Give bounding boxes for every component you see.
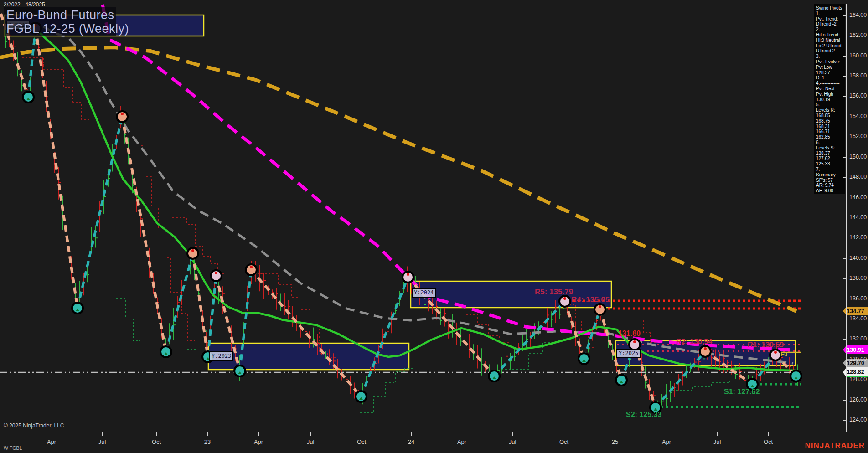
pivot-low-circle xyxy=(160,346,171,357)
price-tick-label: 148.00 xyxy=(849,174,867,180)
stop-step-line-red xyxy=(22,57,89,119)
pivot-high-dot-icon xyxy=(633,340,636,343)
panel-line: 3.------------- xyxy=(816,54,845,59)
price-tick xyxy=(843,420,847,421)
pivot-low-circle xyxy=(489,371,500,381)
stop-step-line-red xyxy=(130,124,195,341)
price-tick xyxy=(843,76,847,77)
price-tick-label: 142.00 xyxy=(849,234,867,241)
panel-line: 166.71 xyxy=(816,129,845,134)
panel-line: 168.31 xyxy=(816,124,845,129)
panel-line: 168.75 xyxy=(816,118,845,124)
panel-line: 1.------------- xyxy=(816,11,845,16)
green-ma-line xyxy=(31,26,796,371)
panel-line: 125.33 xyxy=(816,161,845,167)
price-chart-canvas[interactable] xyxy=(0,0,868,453)
pivot-low-circle xyxy=(650,402,661,413)
swing-up-leg xyxy=(166,253,193,352)
price-tick xyxy=(843,278,847,279)
pivot-low-circle xyxy=(579,353,589,364)
price-tick-label: 136.00 xyxy=(849,295,867,302)
price-tick-label: 154.00 xyxy=(849,113,867,119)
panel-line: Levels S: xyxy=(816,145,845,151)
panel-line: Pvt High xyxy=(816,92,845,97)
panel-line: 7.------------- xyxy=(816,167,845,172)
price-tick-label: 138.00 xyxy=(849,275,867,281)
price-tick xyxy=(843,339,847,340)
price-tick-label: 126.00 xyxy=(849,396,867,403)
panel-line: Hi:0 Neutral xyxy=(816,38,845,43)
price-tick-label: 156.00 xyxy=(849,93,867,99)
panel-line: 6.------------- xyxy=(816,140,845,145)
contract-subtitle: FGBL 12-25 (Weekly) xyxy=(6,22,129,36)
price-tick xyxy=(843,177,847,178)
panel-line: 130.19 xyxy=(816,97,845,103)
price-tick xyxy=(843,400,847,401)
date-range-label: 2/2022 - 48/2025 xyxy=(4,1,45,8)
price-tick xyxy=(843,198,847,198)
price-tick xyxy=(843,36,847,36)
price-tick-label: 132.00 xyxy=(849,335,867,342)
chart-window: Y:2022Y:2023Y:2024Y:2025R5: 135.79R4: 13… xyxy=(0,0,868,453)
stop-step-line-red xyxy=(466,314,510,343)
panel-line: HiLo Trend: xyxy=(816,32,845,38)
pivot-low-circle xyxy=(234,365,245,376)
pivot-high-dot-icon xyxy=(563,297,566,300)
price-tick xyxy=(843,238,847,238)
price-tick-label: 164.00 xyxy=(849,12,867,18)
price-tick-label: 160.00 xyxy=(849,52,867,59)
instrument-title: Euro-Bund Futures xyxy=(6,8,114,22)
price-tick-label: 158.00 xyxy=(849,72,867,79)
panel-line: DTrend -2 xyxy=(816,21,845,27)
pivot-low-circle xyxy=(72,303,83,314)
pivot-high-dot-icon xyxy=(121,113,124,115)
price-tick xyxy=(843,137,847,137)
panel-line: SP's: 57 xyxy=(816,178,845,183)
pivot-high-dot-icon xyxy=(215,272,217,274)
price-tick xyxy=(843,299,847,299)
panel-line: UTrend 2 xyxy=(816,48,845,54)
panel-line: Lo:2 UTrend xyxy=(816,43,845,49)
copyright-label: © 2025 NinjaTrader, LLC xyxy=(4,422,64,429)
price-tick-label: 150.00 xyxy=(849,154,867,160)
panel-line: Summary xyxy=(816,172,845,178)
price-tick xyxy=(843,96,847,97)
pivot-low-circle xyxy=(202,351,213,362)
pivot-high-dot-icon xyxy=(407,273,409,276)
panel-line: 5.------------- xyxy=(816,102,845,108)
time-axis-line xyxy=(0,432,847,432)
price-tick xyxy=(843,319,847,319)
price-tick-label: 134.00 xyxy=(849,315,867,322)
gray-ma-line xyxy=(43,26,793,363)
price-tick-label: 140.00 xyxy=(849,255,867,261)
swing-down-leg xyxy=(193,253,208,357)
pivot-high-dot-icon xyxy=(250,266,253,268)
panel-line: 127.62 xyxy=(816,156,845,161)
gold-ma-line xyxy=(0,47,796,311)
swing-up-leg xyxy=(78,117,122,308)
pivot-low-circle xyxy=(790,371,801,381)
price-tick xyxy=(843,15,847,16)
price-tick xyxy=(843,258,847,259)
swing-up-leg xyxy=(494,301,565,376)
swing-down-leg xyxy=(251,270,361,396)
panel-line: 4.------------- xyxy=(816,81,845,86)
panel-line: 128.37 xyxy=(816,70,845,76)
price-tick xyxy=(843,218,847,218)
pivot-high-dot-icon xyxy=(191,249,194,252)
price-tick xyxy=(843,157,847,158)
panel-line: Pvt. Trend: xyxy=(816,16,845,22)
stop-step-line-red xyxy=(172,218,226,273)
stop-step-line-green xyxy=(360,368,413,412)
price-tick-label: 144.00 xyxy=(849,214,867,221)
price-tick-label: 130.00 xyxy=(849,356,867,362)
panel-line: Pvt. Next: xyxy=(816,86,845,92)
panel-line: 128.37 xyxy=(816,151,845,156)
price-tick xyxy=(843,360,847,360)
year-range-box[interactable] xyxy=(411,281,611,308)
series-label: W FGBL xyxy=(4,445,22,451)
panel-line: 2.------------- xyxy=(816,27,845,32)
panel-line: Pvt Low xyxy=(816,65,845,70)
ninjatrader-logo: NINJATRADER xyxy=(805,441,865,450)
price-tick-label: 124.00 xyxy=(849,417,867,423)
